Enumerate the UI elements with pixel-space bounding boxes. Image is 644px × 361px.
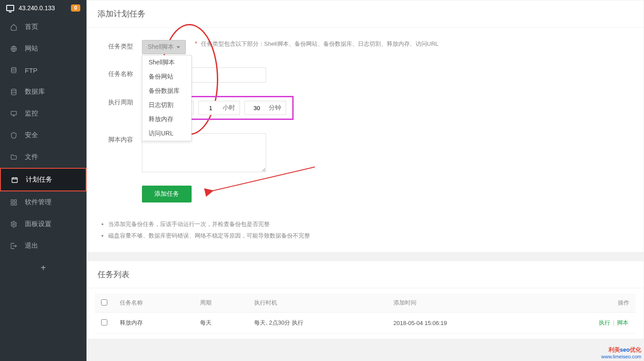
sidebar-item-label: 软件管理 [25,198,51,206]
sidebar-item-home[interactable]: 首页 [0,16,86,38]
sidebar-item-database[interactable]: 数据库 [0,81,86,103]
label-period: 执行周期 [98,96,142,107]
svg-point-1 [12,67,16,69]
panel-title: 添加计划任务 [87,0,644,28]
sidebar-item-ftp[interactable]: FTP [0,60,86,81]
add-menu-button[interactable]: + [0,257,86,279]
col-header [95,294,114,313]
ftp-icon [10,66,18,74]
cell-ops: 执行 | 脚本 [537,313,636,333]
cell-period: 每天 [194,313,248,333]
svg-point-2 [12,89,16,91]
home-icon [10,23,18,31]
note-item: 当添加完备份任务，应该手动运行一次，并检查备份包是否完整 [108,218,633,230]
row-checkbox[interactable] [101,319,107,325]
sidebar-item-label: 首页 [25,23,38,31]
sidebar-item-monitor[interactable]: 监控 [0,103,86,124]
label-task-type: 任务类型 [98,40,142,51]
minute-unit: 分钟 [264,101,286,115]
sidebar-item-label: 监控 [25,109,38,118]
task-type-option[interactable]: 访问URL [142,127,191,141]
sidebar-item-label: 网站 [25,44,38,53]
svg-rect-6 [14,200,16,202]
task-type-dropdown: Shell脚本备份网站备份数据库日志切割释放内存访问URL [142,55,192,141]
chevron-down-icon [177,46,180,48]
op-link[interactable]: 脚本 [617,319,628,326]
notes-list: 当添加完备份任务，应该手动运行一次，并检查备份包是否完整磁盘容量不够、数据库密码… [87,217,644,252]
svg-rect-3 [11,111,16,115]
required-star: * [195,40,197,47]
col-header: 操作 [537,294,636,313]
row-task-type: 任务类型 Shell脚本 Shell脚本备份网站备份数据库日志切割释放内存访问U… [98,40,633,54]
server-ip: 43.240.0.133 [19,4,71,12]
note-item: 磁盘容量不够、数据库密码错误、网络不稳定等原因，可能导致数据备份不完整 [108,230,633,242]
task-list-panel: 任务列表 任务名称周期执行时机添加时间操作 释放内存每天每天, 2点30分 执行… [86,261,644,339]
notification-badge[interactable]: 0 [71,4,80,12]
cell-added: 2018-05-04 15:06:19 [387,313,537,333]
sidebar-item-gear[interactable]: 面板设置 [0,213,86,235]
svg-rect-7 [11,203,13,205]
exit-icon [10,242,18,250]
sidebar-item-calendar[interactable]: 计划任务 [0,168,86,191]
task-type-value: Shell脚本 [148,43,174,51]
cell-timing: 每天, 2点30分 执行 [248,313,387,333]
shield-icon [10,131,18,139]
database-icon [10,88,18,96]
cell-name: 释放内存 [114,313,194,333]
sidebar-item-label: FTP [25,67,37,74]
select-all-checkbox[interactable] [101,299,107,305]
task-type-option[interactable]: 备份数据库 [142,84,191,98]
col-header: 添加时间 [387,294,537,313]
calendar-icon [11,176,19,184]
sidebar-item-label: 安全 [25,131,38,139]
op-link[interactable]: 执行 [599,319,610,326]
sidebar-item-label: 数据库 [25,87,45,96]
sidebar-item-label: 文件 [25,153,38,161]
col-header: 执行时机 [248,294,387,313]
task-type-option[interactable]: 释放内存 [142,112,191,127]
label-script: 脚本内容 [98,133,142,144]
hour-unit: 小时 [218,101,240,115]
server-icon [6,5,14,11]
list-title: 任务列表 [87,261,644,288]
svg-point-9 [13,223,15,225]
task-type-option[interactable]: 备份网站 [142,70,191,84]
sidebar-item-exit[interactable]: 退出 [0,235,86,257]
nav-list: 首页网站FTP数据库监控安全文件计划任务软件管理面板设置退出 [0,16,86,257]
sidebar-item-shield[interactable]: 安全 [0,124,86,146]
sidebar-item-label: 计划任务 [26,175,52,184]
label-task-name: 任务名称 [98,67,142,78]
add-task-panel: 添加计划任务 任务类型 Shell脚本 Shell脚本备份网站备份数据库日志切割… [86,0,644,253]
sidebar-item-grid[interactable]: 软件管理 [0,191,86,213]
monitor-icon [10,110,18,118]
table-row: 释放内存每天每天, 2点30分 执行2018-05-04 15:06:19执行 … [95,313,636,333]
col-header: 任务名称 [114,294,194,313]
col-header: 周期 [194,294,248,313]
main-content: 添加计划任务 任务类型 Shell脚本 Shell脚本备份网站备份数据库日志切割… [86,0,644,361]
gear-icon [10,220,18,228]
svg-rect-8 [14,203,16,205]
folder-icon [10,153,18,161]
svg-rect-4 [12,178,17,182]
sidebar-header: 43.240.0.133 0 [0,0,86,16]
grid-icon [10,198,18,206]
sidebar-item-globe[interactable]: 网站 [0,38,86,60]
sidebar: 43.240.0.133 0 首页网站FTP数据库监控安全文件计划任务软件管理面… [0,0,86,361]
task-type-select[interactable]: Shell脚本 [142,40,186,54]
sidebar-item-label: 面板设置 [25,220,51,228]
watermark: 利美seo优化 www.limeiseo.com [601,346,641,359]
task-table: 任务名称周期执行时机添加时间操作 释放内存每天每天, 2点30分 执行2018-… [95,294,636,333]
task-type-option[interactable]: 日志切割 [142,98,191,112]
task-type-option[interactable]: Shell脚本 [142,56,191,70]
submit-button[interactable]: 添加任务 [142,186,192,202]
task-type-hint: 任务类型包含以下部分：Shell脚本、备份网站、备份数据库、日志切割、释放内存、… [201,40,439,48]
sidebar-item-folder[interactable]: 文件 [0,146,86,168]
sidebar-item-label: 退出 [25,242,38,250]
globe-icon [10,45,18,53]
svg-rect-5 [11,200,13,202]
